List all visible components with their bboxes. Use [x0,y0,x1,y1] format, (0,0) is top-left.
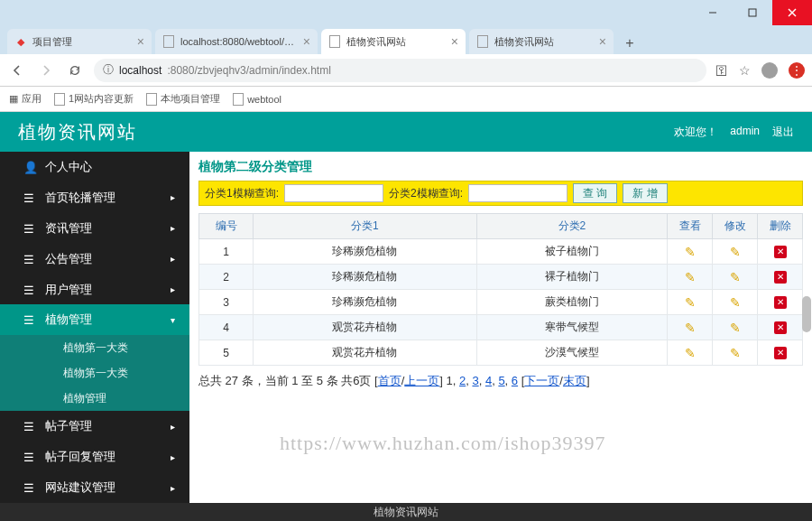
site-info-icon[interactable]: ⓘ [103,62,114,78]
window-maximize-button[interactable] [733,0,772,25]
window-close-button[interactable] [772,0,812,25]
pager-prev[interactable]: 上一页 [404,374,439,387]
watermark-text: https://www.huzhan.com/ishop39397 [280,432,606,455]
pager-first[interactable]: 首页 [378,374,401,387]
sidebar-label: 植物管理 [45,312,92,328]
view-icon[interactable]: ✎ [685,346,696,360]
table-row: 2珍稀濒危植物裸子植物门✎✎✕ [199,265,803,290]
stack-icon: ☰ [23,420,36,433]
edit-icon[interactable]: ✎ [730,245,741,259]
caret-right-icon: ▸ [171,483,175,493]
pager-summary: 总共 27 条，当前 1 至 5 条 共6页 [ [198,374,378,387]
filter-label-1: 分类1模糊查询: [205,186,279,201]
view-icon[interactable]: ✎ [685,245,696,259]
tab-close-icon[interactable]: × [451,34,458,49]
new-tab-button[interactable]: + [617,33,642,54]
window-minimize-button[interactable] [693,0,733,25]
sidebar-item-users[interactable]: ☰用户管理▸ [0,274,189,305]
cell-cat2: 沙漠气候型 [476,340,667,366]
browser-tab-3[interactable]: 植物资讯网站 × [469,29,614,54]
stack-icon: ☰ [23,481,36,495]
bookmark-label: webtool [247,94,281,105]
doc-icon [146,93,157,106]
add-button[interactable]: 新 增 [623,183,667,203]
scrollbar-thumb[interactable] [802,296,811,332]
cell-cat1: 珍稀濒危植物 [254,265,477,290]
nav-forward-button[interactable] [36,60,56,80]
view-icon[interactable]: ✎ [685,295,696,310]
tab-close-icon[interactable]: × [599,34,606,49]
url-input[interactable]: ⓘ localhost:8080/zbvjeqhv3/admin/index.h… [94,59,706,82]
pager-page-3[interactable]: 3 [472,374,478,387]
pager-page-4[interactable]: 4 [485,374,492,387]
stack-icon: ☰ [23,252,36,265]
filter-input-2[interactable] [468,184,567,202]
sidebar-item-posts[interactable]: ☰帖子管理▸ [0,411,189,442]
pager-next[interactable]: 下一页 [524,374,559,387]
edit-icon[interactable]: ✎ [730,321,741,335]
sidebar-subitem-1[interactable]: 植物第一大类 [0,360,189,386]
sidebar-item-carousel[interactable]: ☰首页轮播管理▸ [0,182,189,213]
sidebar-label: 个人中心 [45,159,92,175]
header-welcome: 欢迎您！ [674,125,717,140]
header-logout-link[interactable]: 退出 [772,125,794,140]
pager-page-5[interactable]: 5 [498,374,504,387]
sidebar-item-replies[interactable]: ☰帖子回复管理▸ [0,442,189,472]
cell-id: 1 [199,239,254,265]
edit-icon[interactable]: ✎ [730,295,741,310]
tab-title: 项目管理 [32,35,132,49]
sidebar-item-news[interactable]: ☰资讯管理▸ [0,213,189,244]
bookmark-apps[interactable]: ▦应用 [9,92,42,106]
edit-icon[interactable]: ✎ [730,270,741,284]
delete-icon[interactable]: ✕ [774,246,787,258]
delete-icon[interactable]: ✕ [774,296,787,309]
url-host: localhost [119,64,161,77]
nav-back-button[interactable] [7,60,27,80]
stack-icon: ☰ [23,283,36,296]
edit-icon[interactable]: ✎ [730,346,741,360]
caret-right-icon: ▸ [171,192,175,202]
cell-id: 2 [199,265,254,290]
browser-tab-2[interactable]: 植物资讯网站 × [321,29,466,54]
bookmark-item-2[interactable]: 本地项目管理 [146,92,220,106]
pager-page-2[interactable]: 2 [459,374,466,387]
sidebar-subitem-0[interactable]: 植物第一大类 [0,335,189,360]
search-button[interactable]: 查 询 [573,183,617,203]
delete-icon[interactable]: ✕ [774,321,787,334]
browser-tab-1[interactable]: localhost:8080/webtool/all/in × [155,29,318,54]
col-delete: 删除 [758,214,803,239]
bookmark-star-icon[interactable]: ☆ [739,63,751,78]
delete-icon[interactable]: ✕ [774,347,787,359]
nav-reload-button[interactable] [65,60,85,80]
url-path: :8080/zbvjeqhv3/admin/index.html [167,64,330,77]
filter-label-2: 分类2模糊查询: [389,186,463,201]
view-icon[interactable]: ✎ [685,270,696,284]
col-cat2: 分类2 [476,214,667,239]
sidebar-item-plants[interactable]: ☰植物管理▾ [0,304,189,335]
view-icon[interactable]: ✎ [685,321,696,335]
browser-tab-0[interactable]: ◆ 项目管理 × [7,29,152,54]
bookmark-label: 应用 [22,92,42,106]
sidebar-submenu: 植物第一大类 植物第一大类 植物管理 [0,335,189,411]
sidebar-label: 公告管理 [45,251,92,267]
table-row: 1珍稀濒危植物被子植物门✎✎✕ [199,239,803,265]
tab-close-icon[interactable]: × [303,34,310,49]
cell-cat1: 观赏花卉植物 [254,340,477,366]
pager-last[interactable]: 末页 [563,374,586,387]
tab-close-icon[interactable]: × [137,34,144,49]
sidebar-item-notice[interactable]: ☰公告管理▸ [0,244,189,274]
profile-avatar[interactable] [761,62,778,79]
delete-icon[interactable]: ✕ [774,271,787,284]
password-key-icon[interactable]: ⚿ [715,63,728,78]
sidebar-label: 网站建议管理 [45,479,115,496]
bookmark-item-1[interactable]: 1网站内容更新 [54,92,134,106]
sidebar-item-personal[interactable]: 👤个人中心 [0,152,189,182]
sidebar-label: 帖子管理 [45,418,92,434]
pager-page-6[interactable]: 6 [512,374,518,387]
browser-menu-button[interactable]: ⋮ [789,62,805,79]
filter-input-1[interactable] [284,184,383,202]
sidebar-item-suggest[interactable]: ☰网站建议管理▸ [0,472,189,503]
sidebar-subitem-2[interactable]: 植物管理 [0,386,189,411]
bookmark-item-3[interactable]: webtool [233,93,281,106]
header-user-link[interactable]: admin [730,125,760,140]
